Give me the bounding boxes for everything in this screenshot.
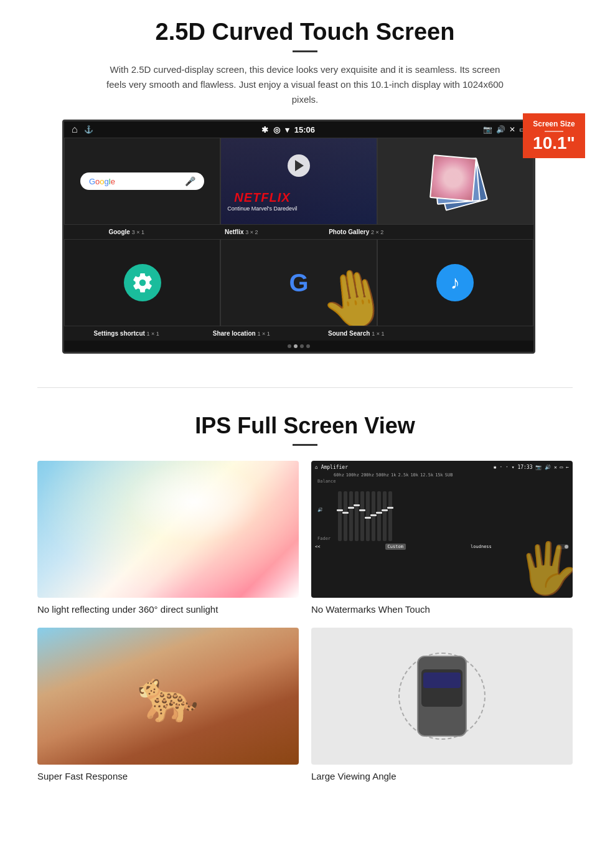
amp-loudness-label: loudness [471,544,492,549]
label-share-location: Share location 1 × 1 [184,329,299,338]
label-netflix: Netflix 3 × 2 [184,227,299,237]
status-bar-right: 📷 🔊 ✕ ▭ [483,125,526,134]
app-cell-sound-search[interactable]: ♪ [377,239,533,326]
netflix-play-button[interactable] [288,154,310,177]
title-divider [293,50,317,52]
netflix-subtitle: Continue Marvel's Daredevil [227,205,297,212]
amp-side-label: Balance 🔊 Fader [317,479,336,541]
feature-img-sunlight [37,461,299,598]
app-cell-netflix[interactable]: NETFLIX Continue Marvel's Daredevil [220,138,377,225]
status-time: 15:06 [294,125,315,134]
amp-custom-btn[interactable]: Custom [385,544,406,550]
netflix-content: NETFLIX Continue Marvel's Daredevil [221,138,376,224]
app-cell-google[interactable]: Google 🎤 [64,138,220,225]
cheetah-emoji: 🐆 [137,667,199,725]
badge-label: Screen Size [532,120,576,128]
label-sound-dims [414,329,529,338]
hand-right-icon: 🖐 [517,539,573,598]
app-grid-row1: Google 🎤 NETFLIX [64,138,533,225]
netflix-logo-overlay: NETFLIX Continue Marvel's Daredevil [227,191,297,212]
status-bar: ⌂ ⚓ ✱ ◎ ▾ 15:06 📷 🔊 ✕ ▭ [64,121,533,138]
amp-header: ⌂ Amplifier ✱ · · ▾ 17:33 📷 🔊 ✕ ▭ ← [315,465,569,470]
bluetooth-icon: ✱ [261,125,268,134]
section2-title: IPS Full Screen View [37,413,573,439]
screen-size-badge: Screen Size 10.1" [523,113,585,158]
volume-icon: 🔊 [496,125,505,134]
amp-sliders: Balance 🔊 Fader [315,479,569,541]
feature-img-car [311,628,573,765]
amp-freq-labels: 60hz100hz200hz500hz1k2.5k10k12.5k15kSUB [334,473,569,478]
app-cell-gallery[interactable] [377,138,533,225]
gallery-stack [430,156,480,206]
section2-title-divider [293,444,317,446]
amp-slider-2[interactable] [344,491,347,541]
section1-description: With 2.5D curved-display screen, this de… [103,62,507,107]
feature-label-sunlight: No light reflecting under 360° direct su… [37,604,218,615]
label-gallery-dims [414,227,529,237]
screen-mockup-container: Screen Size 10.1" ⌂ ⚓ ✱ ◎ ▾ 15:06 📷 [62,120,548,354]
home-icon[interactable]: ⌂ [72,124,78,135]
dot-3 [300,344,304,348]
car-window [423,672,461,688]
google-logo: Google [89,177,115,186]
amp-slider-7[interactable] [372,491,375,541]
usb-icon: ⚓ [84,125,93,134]
app-cell-share-location[interactable]: G 🤚 [220,239,377,326]
hand-overlay: 🤚 [314,261,377,326]
amp-back[interactable]: << [315,544,320,549]
amp-slider-9[interactable] [383,491,387,541]
mic-icon[interactable]: 🎤 [185,176,195,186]
app-cell-settings[interactable] [64,239,220,326]
dot-1 [288,344,291,348]
device-screen: ⌂ ⚓ ✱ ◎ ▾ 15:06 📷 🔊 ✕ ▭ [62,120,535,354]
label-gallery: Photo Gallery 2 × 2 [299,227,414,237]
feature-img-watermarks: ⌂ Amplifier ✱ · · ▾ 17:33 📷 🔊 ✕ ▭ ← 60hz… [311,461,573,598]
gallery-photo-3 [429,154,477,202]
amp-slider-4[interactable] [355,491,359,541]
camera-icon: 📷 [483,125,492,134]
google-search-bar[interactable]: Google 🎤 [80,172,204,190]
car-top-view [417,656,467,737]
amp-slider-1[interactable] [338,491,342,541]
amp-status: ✱ · · ▾ 17:33 📷 🔊 ✕ ▭ ← [494,465,569,470]
feature-label-angle: Large Viewing Angle [311,771,396,781]
section1-title: 2.5D Curved Touch Screen [37,19,573,45]
feature-grid: No light reflecting under 360° direct su… [37,461,573,782]
section-divider [37,387,573,388]
sound-icon-circle: ♪ [436,264,474,301]
screen-page-dots [64,341,533,352]
dot-2 [294,344,298,348]
location-icon: ◎ [273,125,280,134]
feature-watermarks: ⌂ Amplifier ✱ · · ▾ 17:33 📷 🔊 ✕ ▭ ← 60hz… [311,461,573,615]
amp-slider-8[interactable] [377,491,381,541]
label-google: Google 3 × 1 [69,227,184,237]
netflix-logo-text: NETFLIX [227,191,297,205]
feature-img-cheetah: 🐆 [37,628,299,765]
sky-visual [37,461,299,598]
badge-size: 10.1" [533,133,575,153]
feature-fast-response: 🐆 Super Fast Response [37,628,299,782]
feature-viewing-angle: Large Viewing Angle [311,628,573,782]
label-sound-search: Sound Search 1 × 1 [299,329,414,338]
section-ips-view: IPS Full Screen View No light reflecting… [0,407,610,801]
feature-sunlight: No light reflecting under 360° direct su… [37,461,299,615]
amp-slider-5[interactable] [360,491,364,541]
app-labels-row2: Settings shortcut 1 × 1 Share location 1… [64,326,533,341]
feature-label-fast: Super Fast Response [37,771,128,781]
amp-slider-10[interactable] [388,491,392,541]
gear-icon [131,271,154,294]
flower-img [431,156,476,200]
gmaps-icon: G [289,269,308,297]
settings-icon-circle [124,264,161,301]
app-grid-row2: G 🤚 ♪ [64,239,533,326]
app-labels-row1: Google 3 × 1 Netflix 3 × 2 Photo Gallery… [64,225,533,239]
badge-divider [545,131,563,132]
amp-slider-3[interactable] [349,491,353,541]
label-settings: Settings shortcut 1 × 1 [69,329,184,338]
music-note-icon: ♪ [451,272,460,293]
feature-label-watermarks: No Watermarks When Touch [311,604,430,615]
wifi-icon: ▾ [285,125,289,134]
amp-slider-6[interactable] [366,491,370,541]
cheetah-visual: 🐆 [37,628,299,765]
close-icon: ✕ [509,125,515,134]
